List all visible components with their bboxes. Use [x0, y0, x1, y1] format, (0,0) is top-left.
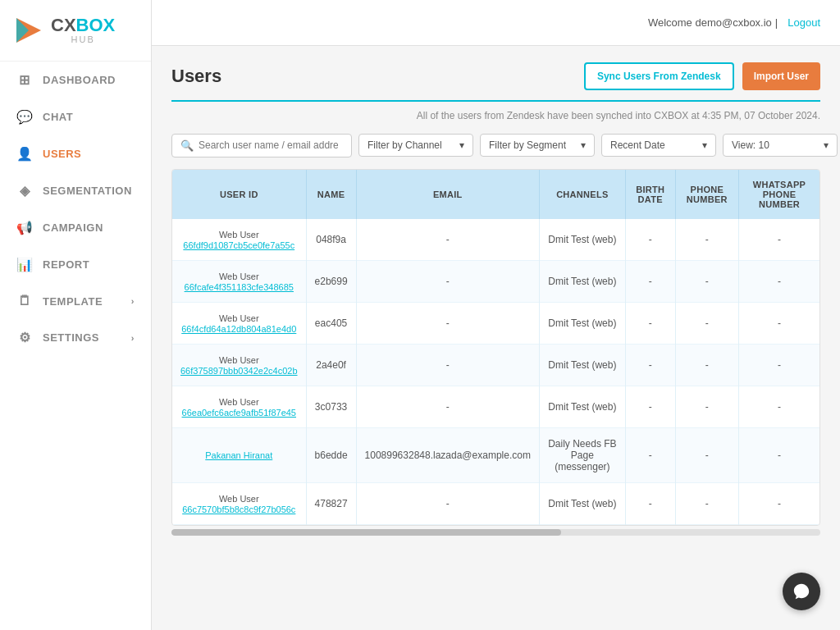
recent-date-arrow: ▾ [702, 139, 707, 151]
report-icon: 📊 [16, 257, 33, 272]
user-id-link[interactable]: 66c7570bf5b8c8c9f27b056c [180, 504, 298, 514]
sidebar-item-label: CHAT [43, 111, 73, 123]
birth-date-cell: - [625, 483, 675, 525]
view-dropdown[interactable]: View: 10 ▾ [723, 134, 838, 157]
birth-date-cell: - [625, 386, 675, 428]
sidebar-item-report[interactable]: 📊 REPORT [0, 246, 151, 283]
users-table: USER ID NAME EMAIL CHANNELS BIRTH DATE P… [172, 170, 819, 525]
logo-box: BOX [76, 16, 116, 34]
table-row: Pakanan Hiranatb6edde100899632848.lazada… [172, 428, 819, 483]
phone-cell: - [675, 261, 738, 303]
user-id-link[interactable]: Pakanan Hiranat [180, 450, 298, 460]
recent-date-dropdown[interactable]: Recent Date ▾ [601, 134, 716, 157]
chat-fab-button[interactable] [783, 573, 820, 610]
sidebar-item-chat[interactable]: 💬 CHAT [0, 98, 151, 135]
user-id-cell: Web User66c7570bf5b8c8c9f27b056c [172, 483, 306, 525]
user-type-label: Web User [219, 355, 259, 365]
birth-date-cell: - [625, 219, 675, 261]
user-type-label: Web User [219, 494, 259, 504]
email-cell: - [356, 219, 539, 261]
sidebar: CX BOX HUB ⊞ DASHBOARD 💬 CHAT 👤 USERS ◈ … [0, 0, 152, 630]
filter-segment-dropdown[interactable]: Filter by Segment ▾ [480, 134, 595, 157]
user-id-link[interactable]: 66fcafe4f351183cfe348685 [180, 282, 298, 292]
col-whatsapp: WHATSAPP PHONE NUMBER [738, 170, 819, 219]
sidebar-item-users[interactable]: 👤 USERS [0, 135, 151, 172]
col-user-id: USER ID [172, 170, 306, 219]
channels-cell: Daily Needs FB Page (messenger) [539, 428, 625, 483]
email-cell: - [356, 261, 539, 303]
phone-cell: - [675, 345, 738, 386]
user-type-label: Web User [219, 397, 259, 407]
channels-cell: Dmit Test (web) [539, 261, 625, 303]
sidebar-item-label: REPORT [43, 258, 89, 271]
phone-cell: - [675, 428, 738, 483]
filter-channel-dropdown[interactable]: Filter by Channel ▾ [358, 134, 473, 157]
email-cell: - [356, 345, 539, 386]
whatsapp-cell: - [738, 303, 819, 345]
user-id-cell: Pakanan Hiranat [172, 428, 306, 483]
phone-cell: - [675, 303, 738, 345]
horizontal-scrollbar[interactable] [171, 529, 820, 536]
sidebar-item-label: TEMPLATE [43, 295, 103, 308]
col-birth-date: BIRTH DATE [625, 170, 675, 219]
sidebar-item-label: DASHBOARD [43, 74, 116, 86]
table-row: Web User66fdf9d1087cb5ce0fe7a55c048f9a-D… [172, 219, 819, 261]
user-id-link[interactable]: 66f375897bbb0342e2c4c02b [180, 366, 298, 376]
sync-button[interactable]: Sync Users From Zendesk [584, 62, 734, 90]
sidebar-item-label: SEGMENTATION [43, 185, 132, 197]
sidebar-item-label: CAMPAIGN [43, 221, 103, 234]
search-input[interactable] [199, 139, 338, 151]
sidebar-item-segmentation[interactable]: ◈ SEGMENTATION [0, 172, 151, 209]
search-wrap: 🔍 [171, 134, 352, 158]
chat-bubble-icon [792, 582, 810, 600]
col-channels: CHANNELS [539, 170, 625, 219]
birth-date-cell: - [625, 303, 675, 345]
scrollbar-thumb [171, 529, 561, 536]
sidebar-item-campaign[interactable]: 📢 CAMPAIGN [0, 209, 151, 246]
logo-area: CX BOX HUB [0, 0, 151, 62]
chat-icon: 💬 [16, 109, 33, 125]
filter-channel-arrow: ▾ [459, 139, 464, 151]
name-cell: e2b699 [306, 261, 356, 303]
users-table-wrap: USER ID NAME EMAIL CHANNELS BIRTH DATE P… [171, 169, 820, 526]
settings-arrow: › [131, 333, 135, 343]
name-cell: 048f9a [306, 219, 356, 261]
channels-cell: Dmit Test (web) [539, 303, 625, 345]
search-icon: 🔍 [180, 139, 194, 152]
table-row: Web User66f375897bbb0342e2c4c02b2a4e0f-D… [172, 345, 819, 386]
whatsapp-cell: - [738, 345, 819, 386]
logout-link[interactable]: Logout [788, 16, 820, 29]
phone-cell: - [675, 386, 738, 428]
whatsapp-cell: - [738, 261, 819, 303]
main-area: Welcome demo@cxbox.io | Logout Users Syn… [152, 0, 840, 630]
whatsapp-cell: - [738, 219, 819, 261]
user-id-cell: Web User66fdf9d1087cb5ce0fe7a55c [172, 219, 306, 261]
user-id-cell: Web User66fcafe4f351183cfe348685 [172, 261, 306, 303]
sync-info: All of the users from Zendesk have been … [171, 110, 820, 121]
table-header-row: USER ID NAME EMAIL CHANNELS BIRTH DATE P… [172, 170, 819, 219]
col-name: NAME [306, 170, 356, 219]
email-cell: - [356, 386, 539, 428]
logo-hub: HUB [51, 34, 115, 44]
topbar: Welcome demo@cxbox.io | Logout [152, 0, 840, 46]
user-id-link[interactable]: 66ea0efc6acfe9afb51f87e45 [180, 408, 298, 418]
name-cell: eac405 [306, 303, 356, 345]
page-divider [171, 100, 820, 102]
settings-icon: ⚙ [16, 330, 33, 345]
filter-channel-label: Filter by Channel [368, 139, 442, 151]
users-icon: 👤 [16, 146, 33, 162]
logo-cx: CX [51, 16, 76, 34]
sidebar-item-template[interactable]: 🗒 TEMPLATE › [0, 283, 151, 319]
table-row: Web User66f4cfd64a12db804a81e4d0eac405-D… [172, 303, 819, 345]
table-row: Web User66ea0efc6acfe9afb51f87e453c0733-… [172, 386, 819, 428]
table-row: Web User66fcafe4f351183cfe348685e2b699-D… [172, 261, 819, 303]
user-id-link[interactable]: 66fdf9d1087cb5ce0fe7a55c [180, 240, 298, 250]
channels-cell: Dmit Test (web) [539, 386, 625, 428]
email-cell: 100899632848.lazada@example.com [356, 428, 539, 483]
name-cell: 478827 [306, 483, 356, 525]
sidebar-item-dashboard[interactable]: ⊞ DASHBOARD [0, 62, 151, 98]
sidebar-item-settings[interactable]: ⚙ SETTINGS › [0, 319, 151, 356]
user-type-label: Web User [219, 230, 259, 240]
user-id-link[interactable]: 66f4cfd64a12db804a81e4d0 [180, 324, 298, 334]
import-user-button[interactable]: Import User [742, 62, 820, 90]
